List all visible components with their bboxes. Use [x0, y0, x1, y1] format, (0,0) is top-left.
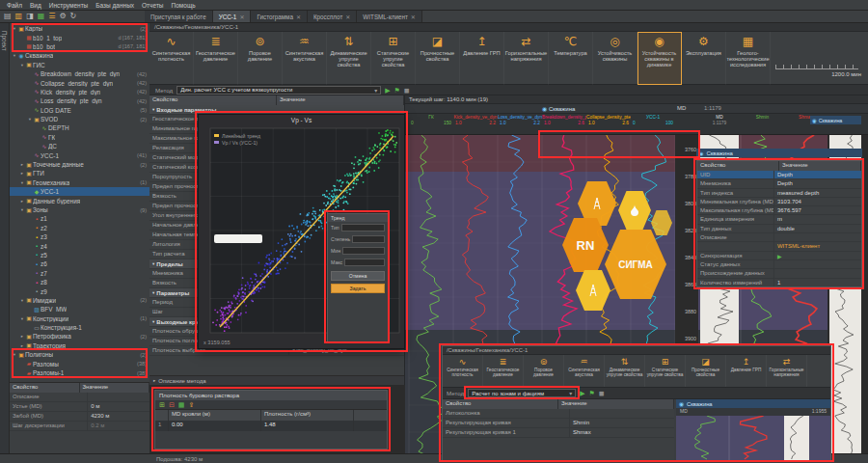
tree-item[interactable]: ▾▣ГИС [10, 61, 149, 69]
toolbar-geostatic-pressure-button[interactable]: ≣Геостатическое давление [483, 355, 524, 387]
close-tab-icon[interactable]: ✕ [411, 14, 416, 20]
timeline-ruler[interactable]: 1200.0 мин [772, 56, 865, 83]
selection-highlight[interactable] [214, 234, 262, 243]
property-row[interactable]: Литоколонка [443, 409, 674, 419]
tree-item[interactable]: ▾◉Скважина [10, 51, 149, 60]
method-description-link[interactable]: ▸Описание метода [149, 375, 404, 385]
trend-dialog-field[interactable]: Мин [328, 245, 388, 257]
toolbar-temperature-button[interactable]: ℃Температура [549, 32, 593, 85]
track-headers[interactable]: ГК0150Kick_density_ve_dyn1.02.2Loss_dens… [405, 114, 868, 135]
tab-getting-started[interactable]: Приступая к работе [145, 11, 213, 22]
property-row[interactable]: Шаг дискретизации0.2 м [10, 422, 149, 431]
menu-databases[interactable]: Базы данных [92, 2, 138, 9]
tree-item[interactable]: ▪z6 [10, 259, 149, 268]
toolbar-horizontal-stresses-button[interactable]: ⇄Горизонтальные напряжения [504, 32, 549, 85]
track-header[interactable]: Collapse_density_pte_dyn1.02.6 [586, 115, 631, 134]
property-row[interactable]: Минимальная глубина (MD), м3103.704 [697, 198, 861, 206]
property-row[interactable]: Статус данных [697, 260, 861, 269]
track-header[interactable]: ГК0150 [409, 115, 453, 134]
toolbar-synthetic-acoustics-button[interactable]: ♒Синтетическая акустика [564, 355, 605, 387]
tree-item[interactable]: ∿Loss_density_pte_dyn(42) [10, 96, 149, 105]
property-row[interactable]: Тип индексаmeasured depth [697, 189, 861, 198]
tree-item[interactable]: ∿ДС [10, 142, 149, 150]
menu-tools[interactable]: Инструменты [45, 2, 93, 9]
toolbar-strength-properties-button[interactable]: ◪Прочностные свойства [686, 355, 726, 387]
tree-item[interactable]: ▾▣SVOD(2) [10, 115, 149, 123]
menu-reports[interactable]: Отчеты [138, 2, 167, 9]
trend-dialog-field[interactable]: Тип [328, 222, 388, 233]
tree-item[interactable]: ▸▣Петрофизика(2) [10, 332, 149, 340]
close-tab-icon[interactable]: ✕ [239, 14, 244, 20]
mini-well-view[interactable]: ◉СкважинаMD1:1955 [676, 399, 830, 460]
tree-item[interactable]: ▾▣Полигоны(2) [10, 350, 149, 359]
tree-item[interactable]: ▪z2 [10, 224, 149, 232]
tree-item[interactable]: ▰Разломы(38) [10, 359, 149, 368]
tree-item[interactable]: ◆УСС-1 [10, 187, 149, 196]
bottom-breadcrumb[interactable]: /Скважины/Геомеханика/УСС-1 [443, 346, 830, 355]
toolbar-synthetic-acoustics-button[interactable]: ♒Синтетическая акустика [283, 32, 327, 85]
tree-item[interactable]: ▾▣Имиджи(2) [10, 296, 149, 305]
tree-item[interactable]: ▾▣Карты(2) [10, 24, 149, 33]
toolbar-strength-properties-button[interactable]: ◪Прочностные свойства [416, 32, 460, 85]
close-tab-icon[interactable]: ✕ [345, 14, 350, 20]
property-row[interactable]: Тип данныхdouble [697, 225, 861, 233]
tab-uss-1[interactable]: УСС-1✕ [213, 11, 252, 22]
tree-item[interactable]: ▾▣Геомеханика(1) [10, 178, 149, 187]
property-row[interactable]: Описание [697, 233, 861, 242]
tree-item[interactable]: ▪z4 [10, 241, 149, 250]
toolbar-static-elastic-button[interactable]: ⊞Статические упругие свойства [645, 355, 686, 387]
tree-item[interactable]: ▦b10_botd [167, 181] [10, 42, 149, 51]
property-row[interactable]: МнемоникаDepth [697, 179, 861, 188]
track-header[interactable]: Breakdown_density_pte_dyn1.02.6 [542, 115, 586, 134]
property-row[interactable]: Результирующая криваяShmin [443, 419, 674, 428]
tree-item[interactable]: ▾▣Зоны(9) [10, 205, 149, 214]
property-row[interactable]: Единица измеренияm [697, 215, 861, 224]
toolbar-geostatic-pressure-button[interactable]: ≣Геостатическое давление [194, 32, 238, 85]
run-icon[interactable]: ▶ [580, 390, 584, 396]
track-header[interactable]: УСС-10100 [631, 115, 675, 134]
cancel-button[interactable]: Отмена [331, 271, 385, 281]
property-row[interactable]: WITSML-клиент [697, 242, 861, 251]
tree-item[interactable]: ∿LOG DATE(5) [10, 106, 149, 115]
toolbar-dynamic-stability-button[interactable]: ◉Устойчивость скважины в динамике [637, 32, 682, 85]
tree-item[interactable]: ∿Breakdown_density_pte_dyn(42) [10, 69, 149, 78]
tree-item[interactable]: ▪z5 [10, 251, 149, 259]
method-select[interactable]: Дин. расчет УСС с учетом вязкоупругости▾ [176, 86, 381, 95]
table-icon[interactable]: ▦ [38, 13, 45, 20]
track-header[interactable]: Loss_density_ve_dyn1.02.2 [498, 115, 542, 134]
excel-export-icon[interactable]: ▦ [178, 401, 185, 409]
toolbar-production-button[interactable]: ⚙Эксплуатация [682, 32, 726, 85]
tree-item[interactable]: ▨BFV_MW [10, 305, 149, 313]
tree-item[interactable]: ∿Kick_density_pte_dyn(42) [10, 88, 149, 96]
trend-dialog-field[interactable]: Макс [328, 257, 388, 268]
menu-view[interactable]: Вид [26, 2, 45, 9]
track-header[interactable]: Kick_density_ve_dyn1.02.2 [453, 115, 498, 134]
tree-item[interactable]: ▸▣Данные бурения [10, 196, 149, 204]
tab-witsml-client[interactable]: WITSML-клиент✕ [357, 11, 422, 22]
trend-dialog-field[interactable]: Степень [328, 233, 388, 245]
settings-icon[interactable]: ⚙ [59, 13, 66, 20]
toolbar-frac-pressure-button[interactable]: ↥Давление ГРП [726, 355, 767, 387]
tree-item[interactable]: ▾▣Конструкции(1) [10, 314, 149, 323]
text-input[interactable] [352, 235, 385, 243]
property-row[interactable]: Максимальная глубина (MD), м3676.597 [697, 206, 861, 215]
property-row[interactable]: Синхронизация▶ [697, 252, 861, 260]
menu-help[interactable]: Помощь [168, 2, 200, 9]
toolbar-dynamic-elastic-button[interactable]: ⇅Динамические упругие свойства [327, 32, 371, 85]
track-header[interactable]: Shmin [741, 115, 784, 134]
import-icon[interactable]: ⇪ [188, 401, 194, 409]
stop-icon[interactable]: ◼ [404, 87, 410, 94]
well-header[interactable]: ◉ СкважинаMD1:1179 [405, 104, 868, 114]
apply-button[interactable]: Задать [331, 284, 385, 293]
tree-item[interactable]: ∿DEPTH [10, 123, 149, 132]
toolbar-pore-pressure-button[interactable]: ⊚Поровое давление [524, 355, 564, 387]
stop-icon[interactable]: ◼ [599, 390, 605, 396]
tree-item[interactable]: ▰Разломы-1(38) [10, 368, 149, 377]
property-row[interactable]: Устье (MD)0 м [10, 402, 149, 412]
property-row[interactable]: Количество измерений1 [697, 279, 861, 287]
refresh-icon[interactable]: ↻ [70, 13, 77, 20]
open-project-icon[interactable]: ▥ [15, 13, 23, 20]
toolbar-static-elastic-button[interactable]: ⊞Статические упругие свойства [371, 32, 416, 85]
toolbar-wellbore-stability-button[interactable]: ◎Устойчивость скважины [593, 32, 637, 85]
tree-item[interactable]: ▪z9 [10, 286, 149, 295]
